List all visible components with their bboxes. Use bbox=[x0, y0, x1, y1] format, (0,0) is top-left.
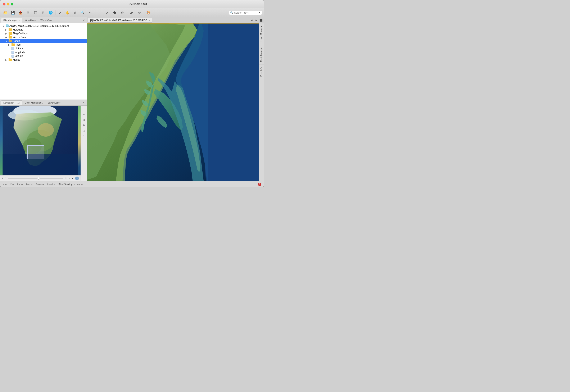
nav-pointer-btn[interactable]: ↖ bbox=[81, 134, 86, 139]
tree-vector-data[interactable]: ▶ Vector Data bbox=[0, 35, 87, 39]
zoom-in-tool[interactable]: 🔍 bbox=[79, 9, 86, 16]
tab-file-manager-close[interactable]: ✕ bbox=[18, 19, 20, 22]
search-input[interactable] bbox=[234, 11, 258, 14]
tab-color-manipulation[interactable]: Color Manipulati... bbox=[23, 101, 46, 105]
side-tab-mask-manager-label: Mask Manager bbox=[260, 47, 262, 62]
tree-arrow-root: ▾ bbox=[2, 25, 5, 27]
lon-status: Lon -- bbox=[26, 183, 32, 185]
nav-zoom-out-btn[interactable]: － bbox=[81, 112, 86, 117]
save-button[interactable]: 💾 bbox=[9, 9, 16, 16]
tree-l2flags[interactable]: l2_flags bbox=[0, 47, 87, 50]
spectrum-tool[interactable]: ↗ bbox=[104, 9, 111, 16]
minimize-button[interactable] bbox=[7, 3, 9, 5]
open-file-button[interactable]: 📂 bbox=[2, 9, 9, 16]
tree-flagcodings-label: Flag Codings bbox=[13, 32, 28, 35]
side-tab-pixel-info[interactable]: Pixel Info bbox=[259, 64, 264, 79]
more-tool-2[interactable]: ≫ bbox=[136, 9, 143, 16]
tab-world-view[interactable]: World View bbox=[38, 18, 54, 22]
file-tree[interactable]: ▾ nc AQUA_MODIS.20101010T180500.L2.SFREF… bbox=[0, 23, 87, 99]
tree-metadata[interactable]: ▶ Metadata bbox=[0, 28, 87, 32]
more-tool-1[interactable]: ≫ bbox=[128, 9, 135, 16]
x-label: X bbox=[3, 183, 4, 185]
slider-track bbox=[8, 178, 63, 179]
zoom-status: Zoom -- bbox=[36, 183, 44, 185]
x-status: X -- bbox=[3, 183, 7, 185]
tree-flag-codings[interactable]: ▶ Flag Codings bbox=[0, 32, 87, 35]
side-tab-layer-manager-label: Layer Manager bbox=[260, 26, 262, 42]
rotation-up-btn[interactable]: ▲ bbox=[69, 177, 71, 180]
rotation-label: 0° bbox=[65, 177, 67, 180]
help-button[interactable]: ? bbox=[75, 177, 79, 180]
file-icon-latitude bbox=[12, 55, 14, 57]
tree-rhos[interactable]: ▶ rhos bbox=[0, 43, 87, 47]
pan-tool[interactable]: ⛶ bbox=[96, 9, 103, 16]
layout-button[interactable]: ⊟ bbox=[40, 9, 47, 16]
side-tab-layer-manager[interactable]: Layer Manager bbox=[259, 23, 264, 44]
search-bar[interactable]: 🔍 ✕ bbox=[229, 11, 262, 15]
tree-masks-label: Masks bbox=[13, 58, 20, 61]
shape-tool[interactable]: ⬟ bbox=[111, 9, 118, 16]
nav-zoom-actual-btn[interactable]: ⊖ bbox=[81, 123, 86, 128]
tab-layer-editor[interactable]: Layer Editor bbox=[46, 101, 62, 105]
pointer-tool[interactable]: ✋ bbox=[64, 9, 71, 16]
tree-root[interactable]: ▾ nc AQUA_MODIS.20101010T180500.L2.SFREF… bbox=[0, 24, 87, 28]
tab-navigation[interactable]: Navigation – [...] bbox=[1, 100, 22, 105]
left-panel-close-btn[interactable]: ✕ bbox=[81, 18, 86, 22]
file-icon-longitude bbox=[12, 51, 14, 54]
image-tab-1[interactable]: [1] MODIS TrueColor (645,555,469) Atan 2… bbox=[88, 18, 152, 23]
nav-zoom-fit-btn[interactable]: ⊕ bbox=[81, 117, 86, 122]
level-value: -- bbox=[54, 183, 55, 185]
y-label: Y bbox=[10, 183, 12, 185]
nav-selection-rect bbox=[28, 146, 44, 159]
scale-slider[interactable] bbox=[8, 178, 63, 179]
tab-file-manager[interactable]: File Manager ✕ bbox=[1, 18, 22, 23]
color-tool[interactable]: 🎨 bbox=[145, 9, 152, 16]
close-button[interactable] bbox=[3, 3, 5, 5]
separator-1 bbox=[55, 10, 56, 15]
side-tab-pixel-info-label: Pixel Info bbox=[260, 67, 262, 77]
globe-button[interactable]: 🌐 bbox=[47, 9, 54, 16]
grid-button[interactable]: ⊞ bbox=[25, 9, 32, 16]
select-tool[interactable]: ↗ bbox=[57, 9, 64, 16]
prev-image-btn[interactable]: ◀ bbox=[250, 18, 254, 22]
bottom-panel-content: 1 : 1 0° ▲ ▼ bbox=[0, 106, 87, 181]
folder-icon-masks bbox=[9, 58, 12, 61]
x-value: -- bbox=[5, 183, 6, 185]
tree-metadata-label: Metadata bbox=[13, 28, 23, 31]
next-image-btn[interactable]: ▶ bbox=[254, 18, 258, 22]
tab-layer-editor-label: Layer Editor bbox=[48, 101, 60, 104]
tree-masks[interactable]: ▶ Masks bbox=[0, 58, 87, 62]
slider-thumb[interactable] bbox=[37, 177, 40, 180]
lat-label: Lat bbox=[17, 183, 20, 185]
right-panel: [1] MODIS TrueColor (645,555,469) Atan 2… bbox=[87, 17, 264, 181]
satellite-view[interactable]: Layer Manager Mask Manager Pixel Info bbox=[87, 23, 264, 181]
level-status: Level -- bbox=[47, 183, 55, 185]
status-error-indicator[interactable]: ! bbox=[258, 182, 261, 186]
arrange-button[interactable]: ❐ bbox=[32, 9, 39, 16]
pin-tool[interactable]: ⊕ bbox=[71, 9, 79, 16]
rotation-down-btn[interactable]: ▼ bbox=[71, 177, 73, 180]
clear-search-icon[interactable]: ✕ bbox=[259, 11, 261, 14]
tree-bands[interactable]: ▾ Bands bbox=[0, 39, 87, 43]
lat-value: -- bbox=[21, 183, 23, 185]
import-button[interactable]: 📥 bbox=[17, 9, 24, 16]
nav-map[interactable]: 1 : 1 0° ▲ ▼ bbox=[0, 106, 81, 181]
nav-sync-btn[interactable]: ⊞ bbox=[81, 128, 86, 133]
image-tab-arrows: ◀ ▶ ⬛ bbox=[250, 18, 263, 22]
image-tab-close-btn[interactable]: ✕ bbox=[148, 19, 150, 21]
tree-latitude[interactable]: latitude bbox=[0, 54, 87, 58]
tab-world-map[interactable]: World Map bbox=[23, 18, 38, 22]
maximize-button[interactable] bbox=[11, 3, 14, 5]
tree-longitude[interactable]: longitude bbox=[0, 50, 87, 54]
nav-footer: 1 : 1 0° ▲ ▼ bbox=[0, 175, 81, 181]
measure-tool[interactable]: ⊙ bbox=[119, 9, 126, 16]
folder-icon-flagcodings bbox=[9, 32, 12, 35]
nav-zoom-in-btn[interactable]: ＋ bbox=[81, 106, 86, 112]
right-side-tabs: Layer Manager Mask Manager Pixel Info bbox=[259, 23, 264, 181]
zoom-out-tool[interactable]: ↖ bbox=[87, 9, 94, 16]
side-tab-mask-manager[interactable]: Mask Manager bbox=[259, 44, 264, 64]
nav-map-image bbox=[0, 106, 81, 181]
lon-label: Lon bbox=[26, 183, 30, 185]
bottom-panel-close-btn[interactable]: ✕ bbox=[81, 101, 86, 105]
maximize-image-btn[interactable]: ⬛ bbox=[259, 18, 263, 22]
